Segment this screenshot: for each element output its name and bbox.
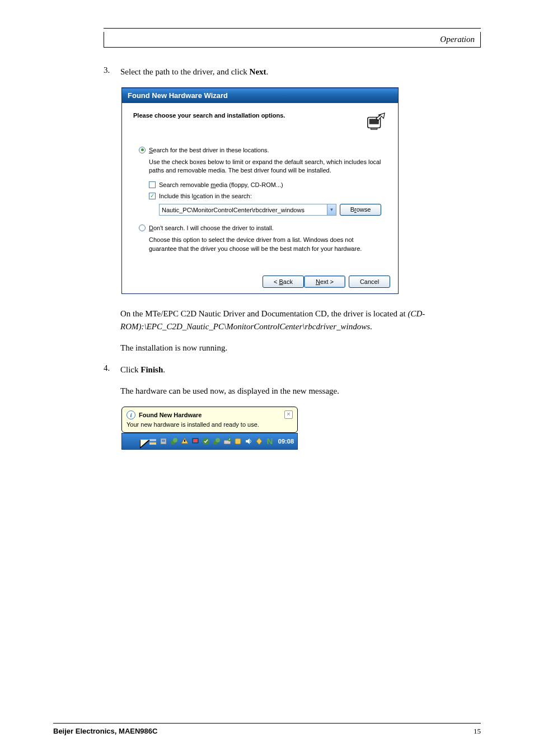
- checkbox-label: Search removable media (floppy, CD-ROM..…: [159, 181, 283, 188]
- tray-icon[interactable]: [159, 437, 168, 446]
- svg-point-8: [173, 438, 177, 442]
- hardware-icon: [366, 111, 387, 132]
- svg-rect-11: [193, 439, 198, 442]
- checkbox-include-location[interactable]: ✓ Include this location in the search:: [139, 193, 381, 199]
- tray-icon[interactable]: [233, 437, 242, 446]
- paragraph: The hardware can be used now, as display…: [104, 385, 481, 398]
- step-text: Click Finish.: [120, 363, 481, 376]
- wizard-header: Please choose your search and installati…: [122, 103, 398, 147]
- footer-left: Beijer Electronics, MAEN986C: [53, 727, 157, 736]
- step-number: 3.: [104, 66, 114, 78]
- wizard-dialog: Found New Hardware Wizard Please choose …: [121, 87, 399, 295]
- svg-rect-6: [162, 440, 165, 442]
- tray-icon[interactable]: [202, 437, 210, 446]
- help-text-2: Choose this option to select the device …: [139, 236, 381, 260]
- radio-button-unselected-icon: [139, 225, 146, 231]
- checkbox-checked-icon: ✓: [149, 193, 156, 199]
- svg-rect-17: [235, 438, 241, 444]
- step-text: Select the path to the driver, and click…: [120, 66, 481, 78]
- svg-rect-3: [149, 439, 156, 441]
- next-button[interactable]: Next >: [304, 276, 345, 288]
- page-footer: Beijer Electronics, MAEN986C 15: [53, 723, 481, 736]
- step-3: 3. Select the path to the driver, and cl…: [104, 66, 481, 78]
- tray-safely-remove-icon[interactable]: [223, 437, 232, 446]
- step-number: 4.: [104, 363, 114, 376]
- balloon-title: Found New Hardware: [139, 412, 281, 418]
- section-title: Operation: [440, 35, 475, 44]
- checkbox-label: Include this location in the search:: [159, 193, 252, 199]
- cancel-button[interactable]: Cancel: [349, 276, 390, 288]
- page-header: Operation: [104, 32, 481, 48]
- close-button[interactable]: ×: [284, 410, 293, 419]
- paragraph: The installation is now running.: [104, 342, 481, 354]
- tray-icon[interactable]: [180, 437, 189, 446]
- help-text-1: Use the check boxes below to limit or ex…: [139, 158, 381, 182]
- tray-icon[interactable]: [191, 437, 200, 446]
- notification-balloon: i Found New Hardware × Your new hardware…: [121, 407, 298, 450]
- tray-n-icon[interactable]: N: [265, 437, 274, 446]
- wizard-header-text: Please choose your search and installati…: [133, 111, 285, 119]
- back-button[interactable]: < Back: [263, 276, 304, 288]
- step-4: 4. Click Finish.: [104, 363, 481, 376]
- tray-icon[interactable]: [255, 437, 264, 446]
- checkbox-removable-media[interactable]: Search removable media (floppy, CD-ROM..…: [139, 181, 381, 188]
- page-number: 15: [474, 727, 481, 736]
- chevron-down-icon[interactable]: ▼: [327, 204, 336, 215]
- svg-rect-2: [371, 128, 377, 129]
- wizard-body: Search for the best driver in these loca…: [122, 147, 398, 270]
- radio-label: Don't search. I will choose the driver t…: [149, 225, 274, 231]
- radio-button-selected-icon: [139, 147, 146, 153]
- radio-search-best[interactable]: Search for the best driver in these loca…: [139, 147, 381, 153]
- browse-button[interactable]: Browse: [340, 204, 381, 216]
- checkbox-unchecked-icon: [149, 181, 156, 188]
- paragraph: On the MTe/EPC C2D Nautic Driver and Doc…: [104, 307, 481, 333]
- svg-rect-4: [149, 442, 156, 445]
- svg-point-14: [216, 438, 220, 442]
- tray-icon[interactable]: [212, 437, 221, 446]
- taskbar-clock: 09:08: [278, 438, 294, 445]
- svg-rect-9: [184, 440, 185, 442]
- info-icon: i: [127, 410, 135, 419]
- tray-icon[interactable]: [170, 437, 179, 446]
- wizard-footer: < Back Next > Cancel: [122, 270, 398, 293]
- wizard-titlebar: Found New Hardware Wizard: [122, 88, 398, 103]
- combobox-value: Nautic_PC\MonitorControlCenter\rbcdriver…: [160, 207, 327, 213]
- radio-label: Search for the best driver in these loca…: [149, 147, 269, 153]
- tray-volume-icon[interactable]: [244, 437, 253, 446]
- location-combobox[interactable]: Nautic_PC\MonitorControlCenter\rbcdriver…: [159, 204, 336, 216]
- balloon-body: Your new hardware is installed and ready…: [127, 421, 293, 428]
- radio-dont-search[interactable]: Don't search. I will choose the driver t…: [139, 225, 381, 231]
